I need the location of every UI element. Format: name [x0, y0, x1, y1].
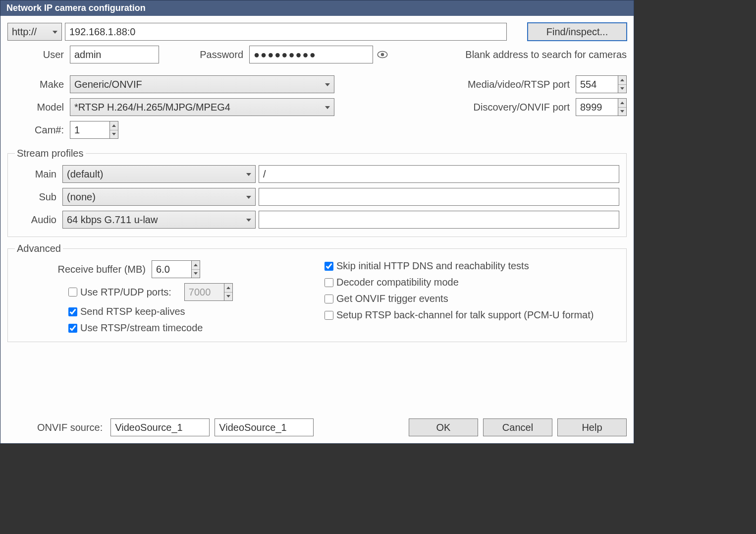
sub-path-input[interactable]: [259, 188, 619, 206]
user-input[interactable]: [70, 46, 159, 63]
sub-profile-select[interactable]: (none): [62, 188, 256, 206]
svg-point-1: [381, 53, 384, 57]
cam-label: Cam#:: [7, 124, 67, 136]
cancel-button[interactable]: Cancel: [483, 418, 552, 436]
help-button[interactable]: Help: [557, 418, 627, 436]
onvif-source-label: ONVIF source:: [7, 422, 106, 433]
rtp-udp-down-icon[interactable]: [224, 293, 232, 301]
onvif-source-1-input[interactable]: [110, 418, 210, 436]
onvif-source-2-input[interactable]: [215, 418, 314, 436]
timecode-checkbox[interactable]: Use RTSP/stream timecode: [68, 322, 203, 334]
find-inspect-button[interactable]: Find/inspect...: [528, 23, 627, 41]
user-label: User: [7, 49, 67, 60]
keepalive-checkbox[interactable]: Send RTSP keep-alives: [68, 306, 185, 317]
address-input[interactable]: [65, 23, 507, 41]
onvif-port-down-icon[interactable]: [618, 108, 626, 116]
skip-dns-label: Skip initial HTTP DNS and reachability t…: [336, 260, 529, 272]
make-select[interactable]: Generic/ONVIF: [70, 75, 334, 93]
rtsp-port-up-icon[interactable]: [618, 76, 626, 85]
keepalive-label: Send RTSP keep-alives: [80, 306, 185, 317]
trigger-checkbox[interactable]: Get ONVIF trigger events: [324, 293, 448, 304]
password-input[interactable]: [249, 46, 373, 63]
recv-buf-down-icon[interactable]: [192, 270, 200, 278]
audio-profile-select[interactable]: 64 kbps G.711 u-law: [62, 211, 256, 229]
cam-up-icon[interactable]: [110, 121, 118, 130]
main-profile-select[interactable]: (default): [62, 165, 256, 183]
reveal-password-icon[interactable]: [376, 48, 389, 61]
recv-buf-stepper[interactable]: [152, 260, 200, 278]
decoder-label: Decoder compatibility mode: [336, 277, 459, 288]
rtp-udp-label: Use RTP/UDP ports:: [80, 287, 171, 298]
rtsp-port-label: Media/video/RTSP port: [468, 79, 573, 90]
onvif-port-input[interactable]: [576, 98, 618, 116]
advanced-legend: Advanced: [15, 243, 63, 254]
timecode-label: Use RTSP/stream timecode: [80, 322, 203, 334]
title-bar: Network IP camera configuration: [0, 0, 634, 16]
blank-hint: Blank address to search for cameras: [465, 49, 627, 60]
main-label: Main: [15, 169, 59, 180]
rtsp-port-down-icon[interactable]: [618, 85, 626, 93]
trigger-label: Get ONVIF trigger events: [336, 293, 448, 304]
rtp-udp-checkbox[interactable]: Use RTP/UDP ports:: [68, 287, 171, 298]
protocol-select[interactable]: http://: [7, 23, 62, 41]
main-path-input[interactable]: [259, 165, 619, 183]
skip-dns-checkbox[interactable]: Skip initial HTTP DNS and reachability t…: [324, 260, 529, 272]
recv-buf-input[interactable]: [152, 260, 191, 278]
make-label: Make: [7, 79, 67, 90]
cam-number-stepper[interactable]: [70, 121, 118, 139]
recv-buf-label: Receive buffer (MB): [15, 264, 149, 275]
audio-label: Audio: [15, 214, 59, 226]
onvif-port-label: Discovery/ONVIF port: [474, 102, 573, 113]
backchan-label: Setup RTSP back-channel for talk support…: [336, 309, 594, 321]
rtsp-port-stepper[interactable]: [576, 75, 627, 93]
dialog-window: Network IP camera configuration http:// …: [0, 0, 634, 444]
ok-button[interactable]: OK: [409, 418, 478, 436]
cam-number-input[interactable]: [70, 121, 109, 139]
onvif-port-stepper[interactable]: [576, 98, 627, 116]
decoder-checkbox[interactable]: Decoder compatibility mode: [324, 277, 459, 288]
window-title: Network IP camera configuration: [6, 3, 146, 13]
stream-profiles-group: Stream profiles Main (default) Sub (none…: [7, 148, 627, 237]
onvif-port-up-icon[interactable]: [618, 99, 626, 108]
stream-profiles-legend: Stream profiles: [15, 148, 86, 159]
audio-path-input[interactable]: [259, 211, 619, 229]
rtp-udp-up-icon[interactable]: [224, 284, 232, 293]
rtp-udp-port-input[interactable]: [184, 283, 224, 301]
rtsp-port-input[interactable]: [576, 75, 618, 93]
model-select[interactable]: *RTSP H.264/H.265/MJPG/MPEG4: [70, 98, 334, 116]
backchan-checkbox[interactable]: Setup RTSP back-channel for talk support…: [324, 309, 594, 321]
cam-down-icon[interactable]: [110, 130, 118, 139]
recv-buf-up-icon[interactable]: [192, 261, 200, 270]
rtp-udp-port-stepper[interactable]: [184, 283, 233, 301]
sub-label: Sub: [15, 191, 59, 203]
model-label: Model: [7, 102, 67, 113]
password-label: Password: [162, 49, 246, 60]
advanced-group: Advanced Receive buffer (MB) Use RTP/UDP…: [7, 243, 627, 342]
